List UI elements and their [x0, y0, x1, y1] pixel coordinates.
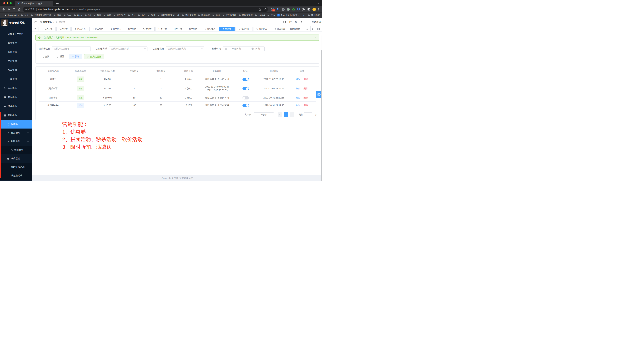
bookmark-folder[interactable]: 网站/博客/文章/工具 — [157, 14, 180, 17]
coupon-name-input[interactable]: 请输入优惠券名 — [52, 46, 91, 51]
bookmark-folder[interactable]: 博客未整理 — [238, 14, 253, 17]
sidebar-subitem-拼团活动[interactable]: 拼团活动 — [0, 137, 32, 146]
tag-订单详情[interactable]: 订单详情 — [156, 27, 170, 31]
bookmark-folder[interactable]: DB — [84, 14, 91, 17]
alert-close-icon[interactable] — [314, 37, 317, 39]
forward-icon[interactable] — [7, 8, 10, 11]
tab-search-chevron-icon[interactable] — [317, 2, 320, 5]
sidebar-subitem-拼团商品[interactable]: 拼团商品 — [0, 146, 32, 154]
home-icon[interactable] — [18, 8, 21, 11]
delete-link[interactable]: 删除 — [304, 96, 308, 99]
browser-tab[interactable]: 芋道管理系统 - 优惠券 — [15, 1, 53, 6]
bookmark-folder[interactable]: 文件服务器 — [222, 14, 236, 17]
goto-page-input[interactable]: 1 — [304, 112, 312, 117]
tag-订单详情[interactable]: 订单详情 — [125, 27, 140, 31]
filter-select[interactable]: 请选择优惠券状态 — [166, 46, 204, 51]
tag-商品列表[interactable]: 商品列表 — [72, 27, 88, 31]
status-toggle[interactable] — [242, 104, 249, 107]
delete-link[interactable]: 删除 — [304, 87, 308, 90]
extension-record-icon[interactable] — [287, 8, 290, 11]
prev-page-button[interactable] — [278, 112, 282, 117]
window-zoom-button[interactable] — [10, 2, 12, 4]
app-logo[interactable]: 芋道管理系统 — [0, 18, 32, 28]
tag-会员优惠券[interactable]: 会员优惠券 — [289, 27, 301, 31]
other-bookmarks-folder[interactable]: 其他书签 — [308, 14, 320, 17]
new-tab-button[interactable] — [55, 1, 59, 6]
page-scrollbar[interactable] — [321, 36, 322, 181]
bookmark-folder[interactable]: 前端 — [93, 14, 101, 17]
extension-gem-icon[interactable] — [276, 8, 280, 11]
window-close-button[interactable] — [4, 2, 5, 4]
bookmark-star-icon[interactable] — [264, 8, 267, 11]
sidebar-item-订单中心[interactable]: 订单中心 — [0, 102, 32, 111]
tags-scroll-left-icon[interactable] — [32, 26, 38, 31]
extension-chevrons-icon[interactable] — [297, 8, 300, 11]
sidebar-item-营销中心[interactable]: 营销中心 — [0, 111, 32, 120]
address-bar[interactable]: 不安全 dashboard-vue3.yudao.iocoder.cn/prom… — [22, 7, 268, 12]
bookmark-folder[interactable]: Linux — [74, 14, 82, 17]
bookmark-folder[interactable]: 设计 — [128, 14, 136, 17]
edit-link[interactable]: 修改 — [296, 78, 300, 80]
filter-select[interactable]: 请选择优惠券类型 — [109, 46, 148, 51]
tag-会员标签[interactable]: 会员标签 — [38, 27, 56, 31]
scrollbar-thumb[interactable] — [321, 50, 322, 181]
next-page-button[interactable] — [290, 112, 294, 117]
tag-秒杀商品[interactable]: 秒杀商品 — [253, 27, 270, 31]
edit-link[interactable]: 修改 — [296, 96, 300, 99]
bookmark-folder[interactable]: 游戏 — [103, 14, 111, 17]
bookmark-folder[interactable]: 其他语言 — [198, 14, 210, 17]
delete-link[interactable]: 删除 — [304, 104, 308, 107]
profile-avatar[interactable] — [312, 8, 316, 11]
bookmark-folder[interactable]: Java — [64, 14, 71, 17]
tags-scroll-right-icon[interactable] — [306, 27, 309, 31]
bookmark-folder[interactable]: 项目 — [147, 14, 155, 17]
tag-售后退款[interactable]: 售后退款 — [201, 27, 218, 31]
bookmark-folder[interactable]: 资讯未整理 — [182, 14, 196, 17]
extensions-puzzle-icon[interactable] — [302, 8, 305, 11]
sidebar-item-支付管理[interactable]: 支付管理 — [0, 57, 32, 66]
page-size-select[interactable]: 10条/页 — [254, 112, 274, 117]
sidebar-collapse-icon[interactable] — [34, 21, 37, 24]
bookmark-folder[interactable]: 运营 — [21, 14, 28, 17]
tag-会员详情[interactable]: 会员详情 — [56, 27, 71, 31]
back-icon[interactable] — [2, 8, 5, 11]
sidebar-item-工作流程[interactable]: 工作流程 — [0, 75, 32, 84]
tag-拼团商品[interactable]: 拼团商品 — [271, 27, 288, 31]
extension-star-icon[interactable] — [292, 8, 295, 11]
menu-dots-icon[interactable] — [317, 8, 320, 11]
sidebar-item-系统管理[interactable]: 系统管理 — [0, 39, 32, 48]
status-toggle[interactable] — [242, 78, 249, 81]
bookmarks-overflow-chevron[interactable]: » — [303, 14, 304, 17]
search-button[interactable]: 搜索 — [39, 54, 52, 59]
add-button[interactable]: 新增 — [69, 54, 82, 59]
tag-订单列表[interactable]: 订单列表 — [107, 27, 124, 31]
sidebar-subitem-满减送活动[interactable]: 满减送活动 — [0, 171, 32, 180]
bookmark-folder[interactable]: 近期需要读的文章 — [31, 14, 51, 17]
tag-订单详情[interactable]: 订单详情 — [140, 27, 154, 31]
sidebar-item-会员中心[interactable]: 会员中心 — [0, 84, 32, 93]
bookmark-folder[interactable]: 搜索 — [54, 14, 61, 17]
sidebar-subitem-秒杀活动[interactable]: 秒杀活动 — [0, 129, 32, 137]
tag-订单详情[interactable]: 订单详情 — [186, 27, 200, 31]
font-size-icon[interactable]: TT — [288, 20, 292, 23]
alert-link[interactable]: https://doc.iocoder.cn/mall/build/ — [67, 36, 98, 39]
tag-秒杀时段[interactable]: 秒杀时段 — [236, 27, 252, 31]
date-range-picker[interactable]: 开始日期-结束日期 — [223, 46, 264, 51]
bookmark-folder[interactable]: PHP — [212, 14, 220, 17]
fullscreen-icon[interactable] — [283, 21, 286, 24]
status-toggle[interactable] — [242, 87, 249, 90]
sidebar-item-Cloud开发文档[interactable]: Cloud 开发文档 — [0, 30, 32, 39]
edit-link[interactable]: 修改 — [296, 104, 300, 107]
delete-link[interactable]: 删除 — [304, 78, 308, 80]
breadcrumb-item-marketing[interactable]: 营销中心 — [43, 21, 52, 24]
tag-订单详情[interactable]: 订单详情 — [171, 27, 185, 31]
bookmark-folder[interactable]: 2014-4 — [255, 14, 265, 17]
sidebar-item-商品中心[interactable]: P商品中心 — [0, 93, 32, 102]
share-icon[interactable] — [258, 8, 261, 11]
tags-refresh-icon[interactable] — [312, 27, 315, 31]
tag-商品详情[interactable]: 商品详情 — [89, 27, 106, 31]
tag-优惠券[interactable]: 优惠券 — [219, 27, 235, 31]
tab-close-icon[interactable] — [49, 2, 51, 5]
layout-grid-icon[interactable] — [317, 27, 320, 31]
bookmark-folder[interactable]: IDE — [138, 14, 145, 17]
